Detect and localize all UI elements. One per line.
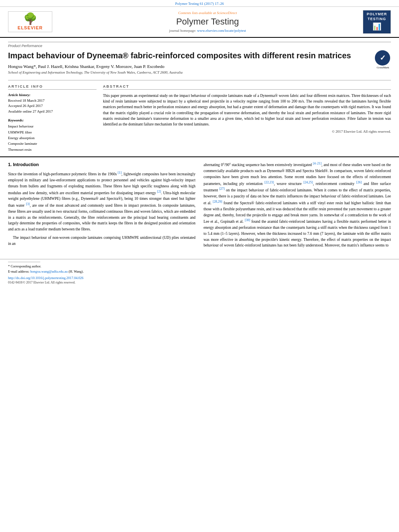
info-abstract-section: ARTICLE INFO Article history: Received 1… [8, 80, 391, 152]
journal-title: Polymer Testing [52, 16, 363, 27]
copyright-text: © 2017 Elsevier Ltd. All rights reserved… [103, 129, 391, 134]
sciencedirect-link-text[interactable]: ScienceDirect [217, 11, 237, 15]
keywords-list: Impact behaviour UHMWPE fibre Energy abs… [8, 123, 97, 152]
ref-22-23[interactable]: [22,23] [265, 181, 274, 184]
badge-title-2: TESTING [364, 17, 390, 22]
keyword-1: Impact behaviour [8, 123, 97, 129]
elsevier-label: ELSEVIER [18, 25, 43, 30]
rights-line: 0142-9418/© 2017 Elsevier Ltd. All right… [8, 281, 391, 284]
history-label: Article history: [8, 93, 97, 97]
crossmark-logo: ✓ CrossMark [375, 50, 391, 66]
keywords-label: Keywords: [8, 118, 97, 122]
affiliation-line: School of Engineering and Information Te… [8, 70, 371, 74]
body-para-1: Since the invention of high-performance … [8, 170, 195, 232]
body-para-2: The impact behaviour of non-woven compos… [8, 235, 195, 246]
received-date: Received 18 March 2017 [8, 98, 97, 104]
article-title: Impact behaviour of Dyneema® fabric-rein… [8, 50, 371, 61]
keyword-4: Composite laminate [8, 141, 97, 146]
abstract-title: ABSTRACT [103, 84, 391, 90]
abstract-col: ABSTRACT This paper presents an experime… [103, 84, 391, 152]
body-left-col: 1. Introduction Since the invention of h… [8, 161, 195, 251]
footnote-corresponding: * Corresponding author. [8, 264, 391, 269]
body-section: 1. Introduction Since the invention of h… [0, 156, 399, 255]
doi-line: http://dx.doi.org/10.1016/j.polymertesti… [8, 276, 391, 280]
section-heading: 1. Introduction [8, 161, 195, 168]
article-info-col: ARTICLE INFO Article history: Received 1… [8, 84, 97, 152]
ref-24-25[interactable]: [24,25] [304, 181, 313, 184]
ref-30[interactable]: [30] [245, 218, 250, 222]
citation-text: Polymer Testing 61 (2017) 17–26 [175, 2, 224, 6]
journal-badge: POLYMER TESTING 📊 [363, 10, 391, 34]
keyword-3: Energy absorption [8, 135, 97, 141]
ref-28-29[interactable]: [28,29] [213, 200, 222, 203]
badge-icon: 📊 [364, 22, 390, 31]
doi-link[interactable]: http://dx.doi.org/10.1016/j.polymertesti… [8, 276, 84, 280]
footnote-email: E-mail address: hongxu.wang@adfa.edu.au … [8, 269, 391, 274]
header-center: Contents lists available at ScienceDirec… [52, 11, 363, 33]
keyword-2: UHMWPE fibre [8, 129, 97, 135]
journal-header: 🌳 ELSEVIER Contents lists available at S… [0, 7, 399, 38]
footnote-divider [8, 262, 40, 262]
ref-2[interactable]: [2] [157, 190, 161, 193]
crossmark-label: CrossMark [375, 66, 391, 69]
available-date: Available online 27 April 2017 [8, 109, 97, 115]
journal-homepage: journal homepage: www.elsevier.com/locat… [52, 29, 363, 33]
authors-line: Hongxu Wang*, Paul J. Hazell, Krishna Sh… [8, 64, 371, 69]
ref-3[interactable]: [3] [26, 202, 30, 206]
page-footer: * Corresponding author. E-mail address: … [0, 259, 399, 287]
keyword-5: Thermoset resin [8, 147, 97, 152]
elsevier-logo: 🌳 ELSEVIER [8, 11, 52, 32]
body-right-col: alternating 0°/90° stacking sequence has… [204, 161, 391, 251]
ref-26[interactable]: [26] [356, 181, 362, 184]
ref-1[interactable]: [1] [118, 171, 121, 175]
crossmark-icon: ✓ [375, 50, 390, 66]
homepage-link[interactable]: www.elsevier.com/locate/polytest [197, 29, 246, 33]
ref-27[interactable]: [27] [219, 187, 224, 191]
abstract-text: This paper presents an experimental stud… [103, 93, 391, 127]
citation-bar: Polymer Testing 61 (2017) 17–26 [0, 0, 399, 7]
sciencedirect-line: Contents lists available at ScienceDirec… [52, 11, 363, 15]
section-label: Product Performance [8, 42, 391, 48]
ref-4-21[interactable]: [4–21] [313, 162, 321, 165]
accepted-date: Accepted 26 April 2017 [8, 103, 97, 109]
badge-title-1: POLYMER [364, 12, 390, 17]
article-info-title: ARTICLE INFO [8, 84, 97, 90]
body-two-col: 1. Introduction Since the invention of h… [8, 161, 391, 251]
email-link[interactable]: hongxu.wang@adfa.edu.au [30, 269, 68, 273]
elsevier-tree-icon: 🌳 [23, 13, 37, 25]
body-para-right-1: alternating 0°/90° stacking sequence has… [204, 161, 391, 249]
article-section: Product Performance Impact behaviour of … [0, 38, 399, 152]
